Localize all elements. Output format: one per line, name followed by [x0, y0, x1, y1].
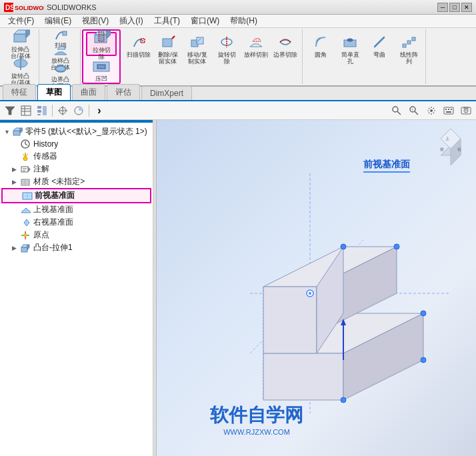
menu-insert[interactable]: 插入(I) [114, 14, 148, 28]
svg-rect-51 [444, 107, 453, 114]
tree-item-top-plane[interactable]: 上视基准面 [1, 203, 151, 216]
svg-rect-37 [37, 106, 41, 109]
svg-marker-32 [5, 107, 15, 115]
tab-evaluate[interactable]: 评估 [107, 84, 140, 100]
toolbar-group-sweep: 扫描 放样凸台/基体 边界凸台/基体 [41, 29, 81, 84]
settings-button[interactable] [424, 103, 439, 118]
crosshair-button[interactable] [55, 103, 70, 118]
toolbar-group-boss: 拉伸凸台/基体 旋转凸台/基体 [3, 29, 39, 84]
svg-marker-61 [13, 128, 20, 131]
tree-item-right-plane[interactable]: 右视基准面 [1, 216, 151, 229]
filter-button[interactable] [3, 103, 17, 118]
fillet-icon [311, 33, 330, 51]
tree-item-sensors[interactable]: 传感器 [1, 150, 151, 163]
keyboard-button[interactable] [441, 103, 456, 118]
toolbar-btn-indent[interactable]: 压凹 [86, 57, 117, 81]
delete-body-icon [159, 33, 177, 51]
tree-root[interactable]: ▼ 零件5 (默认<<默认>_显示状态 1>) [1, 125, 151, 138]
tree-item-annotations[interactable]: ▶ 注解 [1, 163, 151, 175]
revolve-cut-icon [217, 33, 236, 51]
search-button[interactable] [389, 103, 404, 118]
svg-marker-91 [21, 245, 27, 247]
close-button[interactable]: ✕ [461, 3, 472, 12]
svg-line-20 [172, 36, 175, 39]
tree-item-material[interactable]: ▶ 材质 <未指定> [1, 175, 151, 188]
extrude1-arrow: ▶ [12, 245, 20, 251]
svg-point-104 [341, 244, 346, 249]
toolbar-btn-move-copy[interactable]: 移动/复制实体 [183, 31, 211, 67]
toolbar-btn-delete-body[interactable]: 删除/保留实体 [154, 31, 182, 67]
revolve-cut-label: 旋转切除 [218, 52, 236, 65]
menu-edit[interactable]: 编辑(E) [39, 14, 77, 28]
toolbar-btn-boundary-cut[interactable]: 边界切除 [271, 31, 299, 61]
svg-marker-9 [55, 52, 67, 55]
sensors-label: 传感器 [33, 151, 57, 162]
top-plane-label: 上视基准面 [33, 204, 73, 215]
tree-view-button[interactable] [35, 103, 49, 118]
right-plane-label: 右视基准面 [33, 217, 73, 228]
main-area: ▼ 零件5 (默认<<默认>_显示状态 1>) History [0, 120, 476, 456]
svg-rect-22 [197, 37, 203, 44]
3d-viewport[interactable]: 前视基准面 [157, 120, 476, 456]
tree-item-extrude1[interactable]: ▶ 凸台-拉伸1 [1, 241, 151, 254]
tab-sketch[interactable]: 草图 [37, 84, 71, 100]
toolbar-btn-revolve-cut[interactable]: 旋转切除 [213, 31, 241, 67]
maximize-button[interactable]: □ [449, 3, 460, 12]
svg-rect-90 [21, 247, 27, 252]
toolbar-btn-extrude-cut[interactable]: 拉伸切除 [86, 32, 117, 56]
svg-point-66 [23, 157, 27, 161]
toolbar-btn-simple-hole[interactable]: 简单直孔 [336, 31, 364, 67]
svg-rect-33 [21, 106, 31, 115]
svg-marker-4 [14, 30, 26, 34]
expand-button[interactable]: › [92, 103, 107, 118]
photo-button[interactable] [459, 103, 473, 118]
toolbar-btn-extrude-boss[interactable]: 拉伸凸台/基体 [5, 31, 36, 56]
solidworks-logo-icon: DS SOLIDWORKS [4, 1, 44, 13]
menu-view[interactable]: 视图(V) [77, 14, 114, 28]
tree-item-origin[interactable]: 原点 [1, 229, 151, 241]
svg-text:SOLIDWORKS: SOLIDWORKS [15, 5, 44, 11]
app-logo: DS SOLIDWORKS [4, 1, 44, 13]
loft-cut-label: 放样切割 [244, 52, 268, 59]
svg-marker-10 [57, 47, 65, 49]
svg-marker-14 [107, 31, 111, 39]
svg-point-50 [430, 109, 433, 112]
feature-tree: ▼ 零件5 (默认<<默认>_显示状态 1>) History [0, 123, 153, 456]
minimize-button[interactable]: ─ [437, 3, 448, 12]
search2-button[interactable]: ? [407, 103, 421, 118]
svg-line-65 [25, 144, 27, 145]
toolbar-btn-linear-pattern[interactable]: 线性阵列 [395, 31, 423, 67]
svg-rect-70 [21, 167, 28, 172]
tree-root-label: 零件5 (默认<<默认>_显示状态 1>) [25, 126, 147, 137]
main-toolbar: 拉伸凸台/基体 旋转凸台/基体 扫描 放样凸台/基体 边界凸台/基体 [0, 28, 476, 87]
chart-button[interactable] [71, 103, 86, 118]
material-arrow: ▶ [12, 179, 20, 185]
tab-dimxpert[interactable]: DimXpert [141, 86, 192, 100]
svg-marker-97 [263, 353, 343, 400]
toolbar-btn-sweep-cut[interactable]: 扫描切除 [125, 31, 153, 61]
delete-body-label: 删除/保留实体 [158, 52, 178, 65]
window-controls[interactable]: ─ □ ✕ [437, 3, 472, 12]
toolbar-btn-fillet[interactable]: 圆角 [307, 31, 335, 61]
menu-help[interactable]: 帮助(H) [225, 14, 263, 28]
toolbar-btn-boundary-boss[interactable]: 边界凸台/基体 [47, 67, 75, 84]
svg-rect-55 [446, 111, 451, 113]
menu-window[interactable]: 窗口(W) [185, 14, 225, 28]
svg-rect-3 [14, 34, 26, 42]
sweep-cut-icon [129, 33, 148, 51]
tree-item-history[interactable]: History [1, 138, 151, 150]
menu-tools[interactable]: 工具(T) [149, 14, 185, 28]
menu-file[interactable]: 文件(F) [3, 14, 39, 28]
tab-features[interactable]: 特征 [3, 84, 36, 100]
history-label: History [33, 139, 58, 149]
toolbar-btn-flex[interactable]: 弯曲 [365, 31, 393, 61]
toolbar-btn-loft-cut[interactable]: 放样切割 [242, 31, 270, 61]
extrude-cut-icon [92, 28, 111, 47]
view-cube[interactable]: 上 前 右 [431, 125, 471, 165]
tree-item-front-plane[interactable]: 前视基准面 [1, 188, 151, 203]
table-view-button[interactable] [19, 103, 33, 118]
toolbar-btn-revolve-boss[interactable]: 旋转凸台/基体 [5, 57, 36, 83]
tab-surface[interactable]: 曲面 [72, 84, 105, 100]
revolve-boss-icon [11, 54, 30, 73]
3d-shape [210, 160, 476, 427]
